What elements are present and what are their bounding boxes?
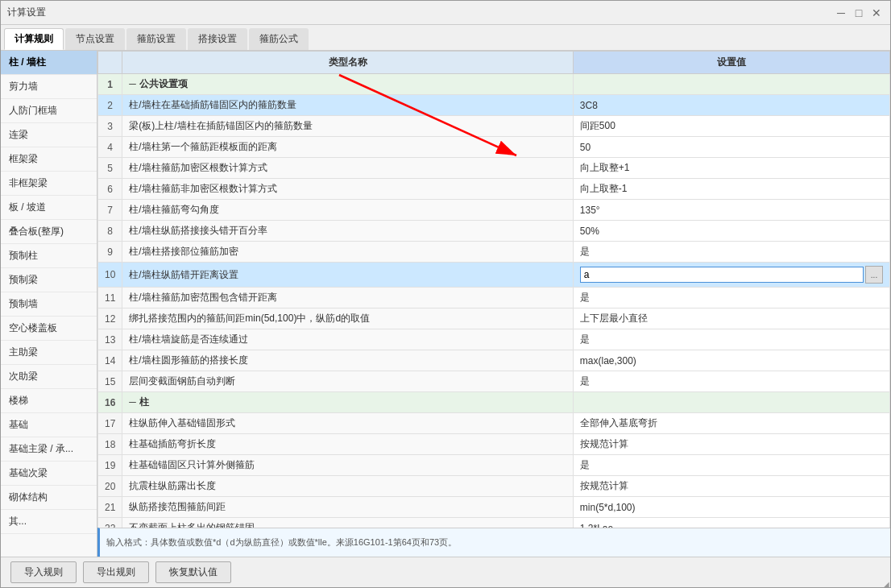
row-number: 12 — [98, 308, 122, 329]
table-row: 8柱/墙柱纵筋搭接接头错开百分率50% — [98, 221, 890, 242]
tab-搭接设置[interactable]: 搭接设置 — [188, 28, 247, 50]
maximize-button[interactable]: □ — [852, 6, 866, 20]
sidebar-item[interactable]: 预制梁 — [1, 268, 97, 292]
table-row: 9柱/墙柱搭接部位箍筋加密是 — [98, 242, 890, 263]
sidebar-item[interactable]: 预制柱 — [1, 244, 97, 268]
sidebar-item[interactable]: 非框架梁 — [1, 172, 97, 196]
window-title: 计算设置 — [7, 6, 46, 19]
row-value: 按规范计算 — [573, 434, 889, 455]
row-value: min(5*d,100) — [573, 497, 889, 518]
row-value: 135° — [573, 200, 889, 221]
sidebar-item[interactable]: 框架梁 — [1, 147, 97, 172]
sidebar-item[interactable]: 连梁 — [1, 123, 97, 147]
row-value: 向上取整-1 — [573, 179, 889, 200]
row-value: 按规范计算 — [573, 476, 889, 497]
input-cell: ... — [580, 266, 883, 284]
row-number: 1 — [98, 74, 122, 95]
table-row: 6柱/墙柱箍筋非加密区根数计算方式向上取整-1 — [98, 179, 890, 200]
sidebar-item[interactable]: 基础 — [1, 413, 97, 437]
row-value: 是 — [573, 242, 889, 263]
main-area: 类型名称 设置值 1─公共设置项2柱/墙柱在基础插筋锚固区内的箍筋数量3C83梁… — [97, 51, 890, 557]
table-row: 14柱/墙柱圆形箍筋的搭接长度max(lae,300) — [98, 350, 890, 371]
import-btn[interactable]: 导入规则 — [10, 561, 77, 583]
table-row: 19柱基础锚固区只计算外侧箍筋是 — [98, 455, 890, 476]
table-row: 13柱/墙柱墙旋筋是否连续通过是 — [98, 329, 890, 350]
sidebar: 柱 / 墙柱剪力墙人防门框墙连梁框架梁非框架梁板 / 坡道叠合板(整厚)预制柱预… — [1, 51, 97, 557]
sidebar-item[interactable]: 其... — [1, 510, 97, 534]
row-name: ─柱 — [122, 392, 573, 413]
sidebar-item[interactable]: 主助梁 — [1, 341, 97, 365]
status-text: 输入格式：具体数值或数值*d（d为纵筋直径）或数值*lle。来源16G101-1… — [106, 536, 457, 549]
col-num-header — [98, 52, 122, 74]
row-number: 6 — [98, 179, 122, 200]
sidebar-item[interactable]: 基础主梁 / 承... — [1, 437, 97, 462]
sidebar-item[interactable]: 叠合板(整厚) — [1, 220, 97, 244]
tab-计算规则[interactable]: 计算规则 — [4, 28, 64, 50]
main-window: 计算设置 ─ □ ✕ 计算规则节点设置箍筋设置搭接设置箍筋公式 柱 / 墙柱剪力… — [0, 0, 891, 588]
row-value: 50% — [573, 221, 889, 242]
window-controls: ─ □ ✕ — [834, 6, 884, 20]
sidebar-item[interactable]: 剪力墙 — [1, 75, 97, 99]
table-row: 18柱基础插筋弯折长度按规范计算 — [98, 434, 890, 455]
row-number: 10 — [98, 263, 122, 288]
value-input[interactable] — [580, 267, 864, 283]
row-name: 柱/墙柱墙旋筋是否连续通过 — [122, 329, 573, 350]
row-number: 21 — [98, 497, 122, 518]
row-value: 上下层最小直径 — [573, 308, 889, 329]
row-name: 纵筋搭接范围箍筋间距 — [122, 497, 573, 518]
row-name: 梁(板)上柱/墙柱在插筋锚固区内的箍筋数量 — [122, 116, 573, 137]
row-number: 9 — [98, 242, 122, 263]
row-value[interactable]: ... — [573, 263, 889, 288]
table-row: 16─柱 — [98, 392, 890, 413]
tab-箍筋设置[interactable]: 箍筋设置 — [126, 28, 186, 50]
sidebar-item[interactable]: 楼梯 — [1, 389, 97, 413]
row-number: 3 — [98, 116, 122, 137]
tab-节点设置[interactable]: 节点设置 — [65, 28, 125, 50]
row-name: 柱/墙柱第一个箍筋距模板面的距离 — [122, 137, 573, 158]
row-value: 1.2*Lae — [573, 518, 889, 528]
sidebar-item[interactable]: 人防门框墙 — [1, 99, 97, 123]
table-row: 4柱/墙柱第一个箍筋距模板面的距离50 — [98, 137, 890, 158]
col-value-header: 设置值 — [573, 52, 889, 74]
row-number: 4 — [98, 137, 122, 158]
row-value: 是 — [573, 288, 889, 308]
row-number: 11 — [98, 288, 122, 308]
row-value: 是 — [573, 371, 889, 392]
row-value: 全部伸入基底弯折 — [573, 413, 889, 434]
collapse-icon[interactable]: ─ — [129, 78, 136, 89]
resize-handle[interactable]: ◢ — [883, 580, 889, 586]
export-btn[interactable]: 导出规则 — [83, 561, 149, 583]
row-number: 15 — [98, 371, 122, 392]
row-name: 层间变截面钢筋自动判断 — [122, 371, 573, 392]
sidebar-item[interactable]: 基础次梁 — [1, 462, 97, 486]
settings-table: 类型名称 设置值 1─公共设置项2柱/墙柱在基础插筋锚固区内的箍筋数量3C83梁… — [97, 51, 890, 528]
row-name: 柱/墙柱箍筋加密范围包含错开距离 — [122, 288, 573, 308]
table-row: 21纵筋搭接范围箍筋间距min(5*d,100) — [98, 497, 890, 518]
table-row: 3梁(板)上柱/墙柱在插筋锚固区内的箍筋数量间距500 — [98, 116, 890, 137]
table-row: 15层间变截面钢筋自动判断是 — [98, 371, 890, 392]
table-row: 12绑扎搭接范围内的箍筋间距min(5d,100)中，纵筋d的取值上下层最小直径 — [98, 308, 890, 329]
row-value: 是 — [573, 455, 889, 476]
browse-button[interactable]: ... — [865, 266, 883, 284]
row-number: 20 — [98, 476, 122, 497]
row-name: 柱基础锚固区只计算外侧箍筋 — [122, 455, 573, 476]
close-button[interactable]: ✕ — [869, 6, 884, 20]
sidebar-item[interactable]: 空心楼盖板 — [1, 317, 97, 341]
row-number: 14 — [98, 350, 122, 371]
minimize-button[interactable]: ─ — [834, 6, 848, 20]
title-bar: 计算设置 ─ □ ✕ — [1, 1, 890, 25]
sidebar-item[interactable]: 预制墙 — [1, 292, 97, 317]
row-value: 间距500 — [573, 116, 889, 137]
tab-箍筋公式[interactable]: 箍筋公式 — [249, 28, 309, 50]
col-type-header: 类型名称 — [122, 52, 573, 74]
restore-btn[interactable]: 恢复默认值 — [155, 561, 231, 583]
collapse-icon[interactable]: ─ — [129, 396, 136, 408]
tab-bar: 计算规则节点设置箍筋设置搭接设置箍筋公式 — [1, 25, 890, 51]
sidebar-item[interactable]: 次助梁 — [1, 365, 97, 389]
sidebar-item[interactable]: 柱 / 墙柱 — [1, 51, 97, 75]
row-value: 向上取整+1 — [573, 158, 889, 179]
row-number: 8 — [98, 221, 122, 242]
status-bar: 输入格式：具体数值或数值*d（d为纵筋直径）或数值*lle。来源16G101-1… — [97, 528, 890, 557]
sidebar-item[interactable]: 砌体结构 — [1, 486, 97, 510]
sidebar-item[interactable]: 板 / 坡道 — [1, 196, 97, 220]
